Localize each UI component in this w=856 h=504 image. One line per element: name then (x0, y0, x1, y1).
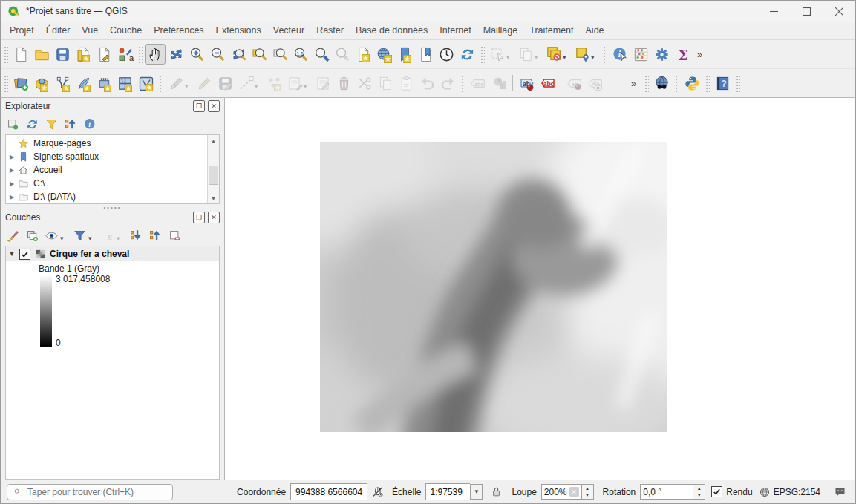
toolbar-grip[interactable] (158, 74, 163, 92)
layer-labeling-button[interactable]: abc (468, 73, 489, 94)
toolbar-grip[interactable] (644, 74, 649, 92)
delete-selected-button[interactable] (333, 73, 354, 94)
expand-arrow-icon[interactable]: ▶ (6, 180, 18, 187)
expand-all-button[interactable] (127, 226, 145, 244)
scrollbar-thumb[interactable] (209, 166, 218, 185)
layer-diagram-button[interactable] (489, 73, 509, 94)
scroll-up-icon[interactable]: ▲ (208, 135, 219, 145)
collapse-arrow-icon[interactable]: ▼ (6, 250, 18, 258)
zoom-to-selection-button[interactable] (249, 44, 269, 65)
toolbar-grip[interactable] (480, 45, 485, 63)
filter-browser-button[interactable] (42, 115, 60, 133)
toolbar-grip[interactable] (3, 74, 8, 92)
toolbar-grip[interactable] (735, 74, 740, 92)
toolbar-overflow-button[interactable]: » (627, 78, 641, 89)
remove-layer-button[interactable] (166, 226, 183, 244)
vertex-tool-button[interactable] (264, 73, 284, 94)
filter-expression-dropdown[interactable]: ▾ (117, 235, 124, 242)
open-project-button[interactable] (31, 44, 52, 65)
map-themes-dropdown[interactable]: ▾ (60, 235, 68, 242)
rotation-spinbox[interactable]: 0,0 ° ▲▼ (640, 484, 705, 500)
magnifier-value[interactable]: 200% (544, 487, 567, 497)
add-group-button[interactable] (23, 226, 41, 244)
select-features-by-value-button[interactable] (515, 44, 536, 65)
menu-traitement[interactable]: Traitement (523, 23, 579, 38)
data-source-manager-button[interactable] (10, 73, 31, 94)
rotation-value[interactable]: 0,0 ° (643, 487, 661, 497)
new-map-view-button[interactable] (353, 44, 373, 65)
modify-attributes-dropdown[interactable]: ▾ (304, 82, 311, 90)
expand-arrow-icon[interactable]: ▶ (6, 167, 18, 174)
toolbar-grip[interactable] (674, 74, 679, 92)
add-line-feature-button[interactable] (235, 73, 256, 94)
multiedit-button[interactable] (313, 73, 333, 94)
zoom-in-button[interactable] (186, 44, 207, 65)
layers-close-button[interactable]: ✕ (208, 212, 220, 223)
layer-name[interactable]: Cirque fer a cheval (50, 249, 129, 259)
extents-toggle-button[interactable] (371, 485, 384, 498)
collapse-all-browser-button[interactable] (62, 115, 79, 133)
map-canvas[interactable] (225, 98, 855, 480)
crs-status[interactable]: EPSG:2154 (759, 486, 820, 498)
browser-item-signets-spatiaux[interactable]: ▶ Signets spatiaux (6, 150, 207, 163)
messages-button[interactable] (834, 485, 846, 498)
style-manager-button[interactable]: a (114, 44, 135, 65)
spin-down-icon[interactable]: ▼ (693, 492, 705, 500)
toolbar-grip[interactable] (3, 45, 8, 63)
select-by-location-button[interactable] (572, 44, 592, 65)
toolbar-overflow-button[interactable]: » (693, 49, 708, 60)
filter-by-expression-button[interactable]: ε (99, 226, 117, 244)
new-shapefile-button[interactable] (52, 73, 73, 94)
explorer-close-button[interactable]: ✕ (208, 100, 220, 112)
select-features-button[interactable] (487, 44, 508, 65)
zoom-to-layer-button[interactable] (269, 44, 290, 65)
cut-features-button[interactable] (354, 73, 375, 94)
menu-maillage[interactable]: Maillage (477, 23, 524, 38)
new-3d-map-view-button[interactable] (373, 44, 394, 65)
show-layout-manager-button[interactable] (94, 44, 114, 65)
spin-up-icon[interactable]: ▲ (582, 485, 593, 492)
menu-editer[interactable]: Éditer (40, 23, 76, 38)
temporal-controller-button[interactable] (436, 44, 457, 65)
save-edits-button[interactable] (215, 73, 235, 94)
add-selected-layer-button[interactable] (4, 115, 22, 133)
select-features-dropdown[interactable]: ▾ (506, 53, 514, 61)
zoom-last-button[interactable] (311, 44, 332, 65)
statistical-summary-button[interactable] (630, 44, 651, 65)
zoom-native-button[interactable]: 1:1 (290, 44, 311, 65)
add-feature-dropdown[interactable]: ▾ (255, 82, 262, 90)
toolbar-grip[interactable] (137, 45, 143, 63)
collapse-all-layers-button[interactable] (146, 226, 164, 244)
menu-preferences[interactable]: Préférences (148, 23, 209, 38)
menu-internet[interactable]: Internet (434, 23, 477, 38)
deselect-features-button[interactable] (543, 44, 564, 65)
labeling-options-button[interactable]: ab (516, 73, 537, 94)
show-hidden-labels-button[interactable]: abc (585, 73, 606, 94)
explorer-float-button[interactable]: ❐ (193, 100, 205, 112)
undo-button[interactable] (416, 73, 437, 94)
maximize-button[interactable] (790, 1, 823, 22)
show-bookmarks-button[interactable] (415, 44, 436, 65)
metasearch-button[interactable] (651, 73, 672, 94)
layer-item-cirque-fer-a-cheval[interactable]: ▼ Cirque fer a cheval (6, 246, 219, 261)
menu-aide[interactable]: Aide (580, 23, 610, 38)
browser-scrollbar[interactable]: ▲ ▼ (207, 135, 219, 203)
refresh-browser-button[interactable] (23, 115, 41, 133)
modify-attributes-button[interactable] (284, 73, 305, 94)
copy-features-button[interactable] (375, 73, 396, 94)
layer-visibility-checkbox[interactable] (19, 249, 30, 260)
help-button[interactable] (712, 73, 733, 94)
menu-raster[interactable]: Raster (310, 23, 350, 38)
menu-base-de-donnees[interactable]: Base de données (350, 23, 434, 38)
new-mesh-layer-button[interactable] (135, 73, 156, 94)
zoom-next-button[interactable] (332, 44, 353, 65)
close-button[interactable] (823, 1, 855, 22)
new-spatial-bookmark-button[interactable] (394, 44, 415, 65)
coordinate-input[interactable] (290, 483, 367, 500)
new-spatialite-button[interactable] (73, 73, 94, 94)
browser-item-accueil[interactable]: ▶ Accueil (6, 163, 207, 177)
pan-to-selection-button[interactable] (166, 44, 186, 65)
select-by-value-dropdown[interactable]: ▾ (535, 53, 542, 61)
pan-map-button[interactable] (145, 44, 166, 65)
show-statistics-button[interactable]: Σ (672, 44, 693, 65)
